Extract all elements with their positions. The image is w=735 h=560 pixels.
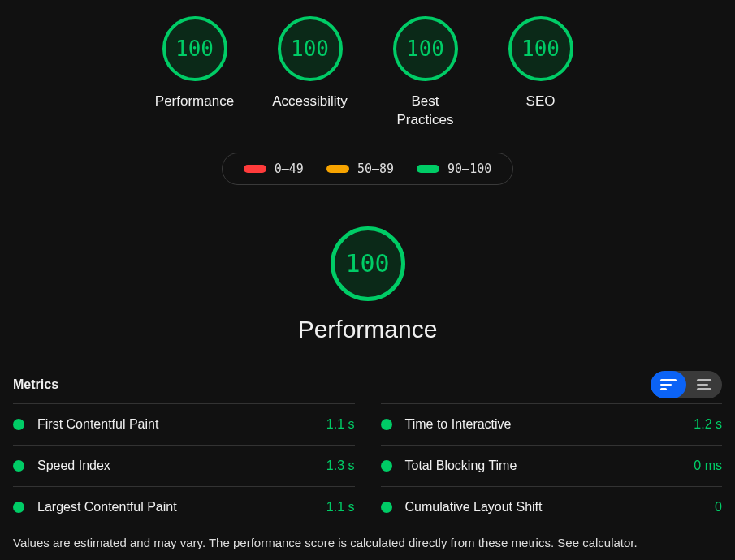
summary-section: 100 Performance 100 Accessibility 100 Be…	[0, 0, 735, 205]
performance-header: 100 Performance	[13, 226, 722, 343]
metric-name: Time to Interactive	[405, 417, 694, 432]
legend-pill-icon	[417, 165, 439, 173]
gauge-label: Performance	[155, 93, 234, 111]
metric-value: 0 ms	[694, 459, 722, 473]
metrics-heading: Metrics	[13, 377, 58, 392]
status-dot-icon	[13, 502, 24, 513]
metric-value: 1.2 s	[694, 417, 722, 432]
status-dot-icon	[381, 460, 392, 472]
metrics-grid: First Contentful Paint 1.1 s Speed Index…	[13, 403, 722, 528]
bars-icon	[660, 378, 677, 392]
metric-name: Largest Contentful Paint	[37, 500, 326, 515]
bars-icon	[697, 378, 711, 392]
see-calculator-link[interactable]: See calculator.	[557, 536, 637, 549]
legend-fail: 0–49	[244, 162, 304, 176]
legend-pill-icon	[326, 165, 349, 173]
status-dot-icon	[13, 419, 24, 430]
score-legend: 0–49 50–89 90–100	[222, 153, 513, 185]
metrics-header-bar: Metrics	[13, 371, 722, 403]
metric-first-contentful-paint: First Contentful Paint 1.1 s	[13, 403, 355, 445]
metric-speed-index: Speed Index 1.3 s	[13, 445, 355, 486]
metric-value: 1.3 s	[326, 459, 355, 473]
metric-value: 1.1 s	[326, 417, 355, 432]
gauge-score: 100	[278, 16, 343, 81]
gauge-best-practices[interactable]: 100 Best Practices	[385, 16, 466, 130]
gauge-seo[interactable]: 100 SEO	[500, 16, 582, 130]
performance-section: 100 Performance Metrics	[0, 205, 735, 549]
metric-time-to-interactive: Time to Interactive 1.2 s	[381, 403, 723, 445]
metric-name: Speed Index	[37, 459, 326, 473]
legend-pass: 90–100	[417, 162, 491, 176]
status-dot-icon	[381, 419, 392, 430]
footnote-text: Values are estimated and may vary. The	[13, 536, 233, 549]
gauge-score: 100	[393, 16, 458, 81]
metric-total-blocking-time: Total Blocking Time 0 ms	[381, 445, 723, 486]
performance-gauge: 100	[331, 226, 405, 301]
metrics-footnote: Values are estimated and may vary. The p…	[13, 536, 722, 549]
gauge-label: SEO	[526, 93, 556, 111]
metric-largest-contentful-paint: Largest Contentful Paint 1.1 s	[13, 486, 355, 528]
metric-name: Cumulative Layout Shift	[405, 500, 716, 515]
score-calculated-link[interactable]: performance score is calculated	[233, 536, 405, 549]
gauge-label: Accessibility	[272, 93, 348, 111]
gauges-row: 100 Performance 100 Accessibility 100 Be…	[0, 16, 735, 130]
view-collapsed-button[interactable]	[651, 371, 686, 398]
metric-name: First Contentful Paint	[37, 417, 326, 432]
status-dot-icon	[381, 502, 392, 513]
legend-average: 50–89	[326, 162, 394, 176]
gauge-label: Best Practices	[385, 93, 466, 130]
gauge-accessibility[interactable]: 100 Accessibility	[270, 16, 351, 130]
legend-range: 90–100	[447, 162, 491, 176]
view-expanded-button[interactable]	[686, 371, 722, 398]
legend-range: 50–89	[357, 162, 394, 176]
metric-value: 1.1 s	[326, 500, 355, 515]
gauge-score: 100	[162, 16, 227, 81]
metric-name: Total Blocking Time	[405, 459, 694, 473]
metric-value: 0	[715, 500, 722, 515]
metric-cumulative-layout-shift: Cumulative Layout Shift 0	[381, 486, 723, 528]
footnote-text: directly from these metrics.	[405, 536, 558, 549]
metrics-col-left: First Contentful Paint 1.1 s Speed Index…	[13, 403, 355, 528]
metrics-col-right: Time to Interactive 1.2 s Total Blocking…	[381, 403, 723, 528]
status-dot-icon	[13, 460, 24, 472]
gauge-score: 100	[508, 16, 573, 81]
metrics-view-toggle	[651, 371, 722, 398]
legend-pill-icon	[244, 165, 266, 173]
legend-range: 0–49	[275, 162, 304, 176]
performance-title: Performance	[298, 316, 438, 343]
gauge-performance[interactable]: 100 Performance	[154, 16, 236, 130]
